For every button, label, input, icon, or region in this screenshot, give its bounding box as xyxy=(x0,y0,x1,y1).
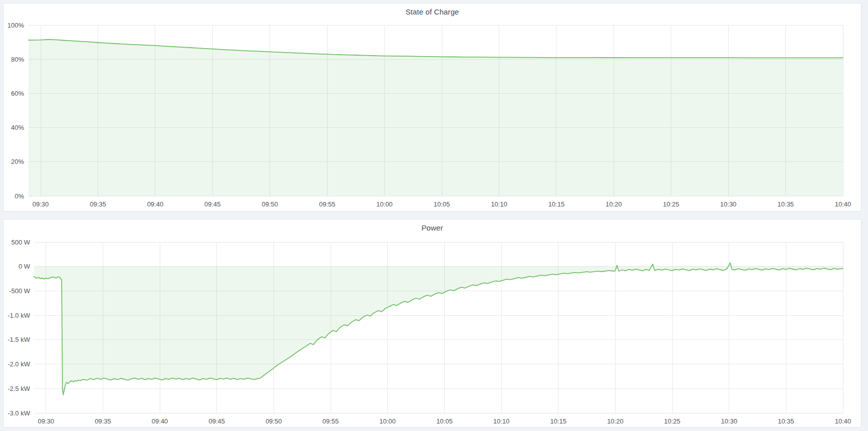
svg-text:-1.5 kW: -1.5 kW xyxy=(8,336,31,343)
panel-title: State of Charge xyxy=(4,8,861,16)
svg-text:09:30: 09:30 xyxy=(38,417,54,425)
svg-text:10:10: 10:10 xyxy=(491,200,507,208)
svg-text:10:30: 10:30 xyxy=(720,200,737,208)
svg-text:10:20: 10:20 xyxy=(607,417,624,425)
svg-text:80%: 80% xyxy=(11,56,24,63)
svg-text:-500 W: -500 W xyxy=(9,287,31,295)
svg-text:40%: 40% xyxy=(11,124,24,131)
svg-text:10:30: 10:30 xyxy=(721,417,737,425)
svg-text:09:50: 09:50 xyxy=(265,417,282,425)
series-fill xyxy=(34,263,843,395)
svg-text:09:50: 09:50 xyxy=(261,200,278,208)
svg-text:10:40: 10:40 xyxy=(835,417,851,425)
power-panel: 500 W0 W-500 W-1.0 kW-1.5 kW-2.0 kW-2.5 … xyxy=(3,219,861,427)
power-chart[interactable]: 500 W0 W-500 W-1.0 kW-1.5 kW-2.0 kW-2.5 … xyxy=(4,220,861,427)
svg-text:09:45: 09:45 xyxy=(208,417,225,425)
svg-text:10:05: 10:05 xyxy=(434,200,450,208)
svg-text:09:35: 09:35 xyxy=(90,200,106,208)
svg-text:60%: 60% xyxy=(11,90,24,97)
svg-text:0%: 0% xyxy=(15,192,24,200)
svg-text:10:25: 10:25 xyxy=(664,417,681,425)
svg-text:09:30: 09:30 xyxy=(33,200,49,208)
svg-text:-2.0 kW: -2.0 kW xyxy=(8,360,31,368)
svg-text:09:45: 09:45 xyxy=(204,200,221,208)
svg-text:-1.0 kW: -1.0 kW xyxy=(8,312,31,319)
svg-text:09:40: 09:40 xyxy=(147,200,164,208)
svg-text:10:35: 10:35 xyxy=(778,417,794,425)
svg-text:-2.5 kW: -2.5 kW xyxy=(8,385,31,392)
svg-text:10:00: 10:00 xyxy=(379,417,396,425)
series-fill xyxy=(29,40,843,196)
svg-text:10:40: 10:40 xyxy=(835,200,851,208)
svg-text:0 W: 0 W xyxy=(19,263,31,270)
svg-text:10:00: 10:00 xyxy=(376,200,393,208)
svg-text:10:05: 10:05 xyxy=(436,417,453,425)
svg-text:10:15: 10:15 xyxy=(550,417,566,425)
svg-text:-3.0 kW: -3.0 kW xyxy=(8,409,31,417)
svg-text:09:55: 09:55 xyxy=(319,200,336,208)
svg-text:09:55: 09:55 xyxy=(323,417,339,425)
svg-text:10:10: 10:10 xyxy=(493,417,510,425)
dashboard: 100%80%60%40%20%0%09:3009:3509:4009:4509… xyxy=(0,0,868,431)
svg-text:100%: 100% xyxy=(8,22,25,29)
svg-text:20%: 20% xyxy=(11,158,24,165)
soc-chart[interactable]: 100%80%60%40%20%0%09:3009:3509:4009:4509… xyxy=(4,4,861,211)
svg-text:10:35: 10:35 xyxy=(777,200,794,208)
svg-text:09:40: 09:40 xyxy=(152,417,168,425)
svg-text:09:35: 09:35 xyxy=(95,417,111,425)
svg-text:500 W: 500 W xyxy=(11,239,30,246)
svg-text:10:25: 10:25 xyxy=(663,200,679,208)
panel-title: Power xyxy=(4,224,861,232)
svg-text:10:20: 10:20 xyxy=(606,200,622,208)
svg-text:10:15: 10:15 xyxy=(548,200,565,208)
soc-panel: 100%80%60%40%20%0%09:3009:3509:4009:4509… xyxy=(3,3,861,211)
